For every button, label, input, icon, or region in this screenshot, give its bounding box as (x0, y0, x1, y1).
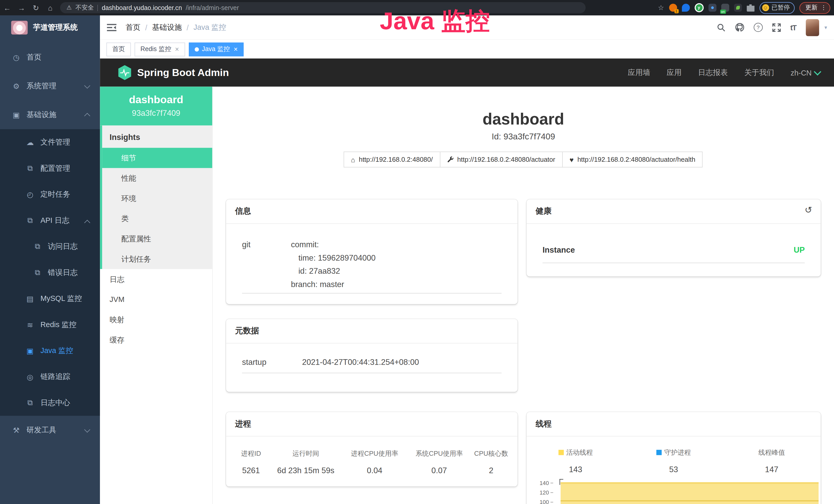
back-icon[interactable]: ← (0, 3, 14, 12)
tab-redis-monitor[interactable]: Redis 监控 × (135, 42, 185, 56)
sidebar-item-redis-monitor[interactable]: ≋ Redis 监控 (0, 312, 100, 337)
sidebar-item-config-mgmt[interactable]: ⧉ 配置管理 (0, 155, 100, 181)
address-bar[interactable]: ⚠ 不安全 dashboard.yudao.iocoder.cn/infra/a… (60, 2, 586, 13)
sba-menu-config-props[interactable]: 配置属性 (102, 229, 213, 249)
leaf-extension-icon[interactable] (734, 4, 742, 12)
yudao-extension-icon[interactable]: y (694, 3, 703, 12)
hamburger-icon[interactable] (107, 23, 116, 31)
sidebar-item-tracing[interactable]: ◎ 链路追踪 (0, 364, 100, 389)
health-card-body: Instance UP (527, 224, 821, 263)
sidebar-item-access-logs[interactable]: ⧉ 访问日志 (0, 233, 100, 259)
daemon-threads-value: 53 (625, 465, 723, 474)
github-icon[interactable] (735, 23, 744, 32)
extension-badge-icon[interactable]: 1 (669, 4, 677, 12)
monitor-icon: ▣ (25, 346, 35, 355)
sba-logo-icon[interactable] (118, 65, 132, 81)
sidebar-item-dev-tools[interactable]: ⚒ 研发工具 (0, 416, 100, 444)
browser-home-icon[interactable]: ⌂ (43, 3, 58, 12)
sba-menu-classes[interactable]: 类 (102, 208, 213, 229)
close-icon[interactable]: × (234, 45, 238, 53)
help-icon[interactable]: ? (753, 23, 763, 32)
heart-icon: ♥ (569, 156, 574, 164)
sba-menu-metrics[interactable]: 性能 (102, 168, 213, 188)
puzzle-extensions-icon[interactable] (746, 4, 754, 12)
tab-label: Java 监控 (202, 45, 230, 54)
peak-threads-value: 147 (723, 465, 821, 474)
sidebar-item-label: 研发工具 (27, 426, 57, 435)
sba-menu-environment[interactable]: 环境 (102, 188, 213, 208)
security-warning-icon: ⚠ (67, 4, 72, 11)
sba-menu-scheduled-tasks[interactable]: 计划任务 (102, 249, 213, 269)
chrome-update-button[interactable]: 更新 ⋮ (799, 2, 830, 14)
sidebar-item-mysql-monitor[interactable]: ▤ MySQL 监控 (0, 285, 100, 312)
sidebar-item-error-logs[interactable]: ⧉ 错误日志 (0, 259, 100, 285)
fullscreen-icon[interactable] (772, 23, 781, 31)
sidebar-item-label: 错误日志 (48, 268, 78, 277)
sba-nav-about[interactable]: 关于我们 (744, 68, 774, 77)
overflow-menu-icon[interactable]: ⋮ (821, 4, 827, 11)
sidebar-item-java-monitor[interactable]: ▣ Java 监控 (0, 338, 100, 364)
paused-profile-chip[interactable]: ☺ 已暂停 (759, 2, 795, 14)
sba-nav-journal[interactable]: 日志报表 (698, 68, 728, 77)
sba-navbar: Spring Boot Admin 应用墙 应用 日志报表 关于我们 zh-CN (100, 59, 834, 87)
sidebar-item-scheduled-tasks[interactable]: ◴ 定时任务 (0, 181, 100, 207)
sba-menu-caches[interactable]: 缓存 (100, 330, 212, 350)
sba-instance-header[interactable]: dashboard 93a3fc7f7409 (100, 87, 212, 125)
endpoint-health-link[interactable]: ♥ http://192.168.0.2:48080/actuator/heal… (562, 152, 703, 167)
pin-extension-icon[interactable] (682, 4, 690, 12)
app-logo-row[interactable]: 芋道管理系统 (0, 16, 100, 40)
sba-brand[interactable]: Spring Boot Admin (137, 67, 229, 78)
sba-menu-mappings[interactable]: 映射 (100, 310, 212, 330)
chevron-up-icon (84, 220, 90, 226)
close-icon[interactable]: × (175, 45, 179, 53)
sba-nav-wallboard[interactable]: 应用墙 (628, 68, 650, 77)
metadata-card-title: 元数据 (226, 319, 518, 343)
sidebar-item-home[interactable]: ◷ 首页 (0, 43, 100, 72)
log-icon: ⧉ (25, 398, 35, 407)
sidebar-item-infrastructure[interactable]: ▣ 基础设施 (0, 100, 100, 129)
info-card-body: git commit: time: 1596289704000 id: 27aa… (226, 224, 518, 294)
breadcrumb-infrastructure[interactable]: 基础设施 (152, 23, 182, 32)
sba-menu-jvm[interactable]: JVM (100, 289, 212, 310)
history-icon[interactable]: ↺ (805, 205, 812, 216)
tab-home[interactable]: 首页 (106, 42, 131, 56)
endpoint-root-link[interactable]: ⌂ http://192.168.0.2:48080/ (344, 152, 440, 167)
tab-java-monitor[interactable]: Java 监控 × (189, 42, 243, 56)
sba-nav-applications[interactable]: 应用 (666, 68, 681, 77)
sba-language-select[interactable]: zh-CN (791, 68, 820, 77)
sidebar-item-system-mgmt[interactable]: ⚙ 系统管理 (0, 72, 100, 101)
user-avatar[interactable] (806, 19, 819, 36)
font-size-icon[interactable]: tT (790, 23, 796, 31)
reload-icon[interactable]: ↻ (29, 3, 43, 12)
sidebar-item-file-mgmt[interactable]: ☁ 文件管理 (0, 129, 100, 155)
url-path: /infra/admin-server (186, 4, 239, 12)
legend-daemon-threads: 守护进程 (625, 448, 723, 457)
endpoint-actuator-link[interactable]: http://192.168.0.2:48080/actuator (440, 152, 563, 167)
onetab-extension-icon[interactable]: on (721, 4, 729, 12)
area-inner-line (561, 500, 818, 501)
endpoint-url: http://192.168.0.2:48080/actuator/health (577, 156, 695, 163)
database-icon: ▤ (25, 294, 35, 303)
endpoint-url: http://192.168.0.2:48080/ (359, 156, 433, 163)
home-icon: ⌂ (351, 156, 355, 164)
emoji-face-icon: ☺ (762, 4, 769, 11)
app-logo-image (11, 21, 27, 35)
bookmark-star-icon[interactable]: ☆ (658, 4, 664, 12)
timer-icon: ◴ (25, 190, 35, 199)
threads-card-body: 活动线程 守护进程 线程峰值 143 53 147 140 120 100 (527, 436, 821, 504)
forward-icon[interactable]: → (14, 3, 29, 12)
process-uptime: 6d 23h 15m 59s (271, 466, 341, 475)
sidebar-item-label: 日志中心 (40, 398, 70, 408)
avatar-caret-icon[interactable]: ▾ (825, 24, 827, 30)
breadcrumb-home[interactable]: 首页 (126, 23, 140, 32)
sidebar-item-label: 配置管理 (40, 164, 70, 173)
legend-live-threads: 活动线程 (527, 448, 625, 457)
grid-extension-icon[interactable] (708, 4, 716, 12)
sidebar-item-api-logs[interactable]: ⧉ API 日志 (0, 207, 100, 233)
sba-menu-details[interactable]: 细节 (102, 148, 213, 168)
instance-name: dashboard (100, 93, 212, 106)
search-icon[interactable] (717, 23, 725, 31)
sidebar-item-label: MySQL 监控 (40, 294, 82, 303)
sba-menu-logs[interactable]: 日志 (100, 269, 212, 289)
sidebar-item-log-center[interactable]: ⧉ 日志中心 (0, 390, 100, 416)
